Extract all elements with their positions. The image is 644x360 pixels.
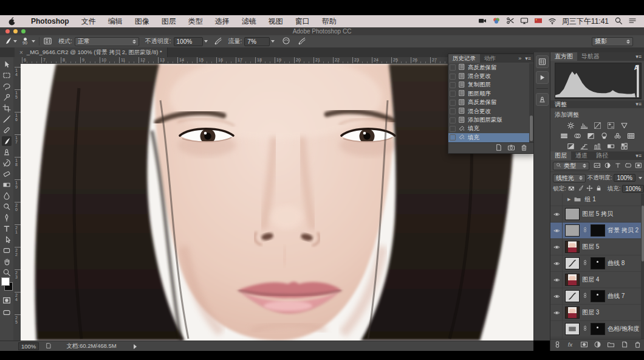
flow-field[interactable]: 7% [244,37,270,46]
dodge-tool[interactable] [2,202,12,212]
brush-tool-icon[interactable] [4,36,12,46]
new-group-button[interactable] [607,341,615,350]
layer-thumbnail[interactable] [565,241,580,253]
opacity-field[interactable]: 100% [174,37,203,46]
layers-scrollbar[interactable] [641,193,644,339]
lock-all-icon[interactable] [595,185,602,193]
exposure-adjustment-icon[interactable] [606,122,615,130]
menu-item-1[interactable]: 文件 [75,15,102,27]
tab-navigator[interactable]: 导航器 [577,52,604,61]
layer-thumbnail[interactable] [565,224,580,237]
brush-picker-caret-icon[interactable] [32,40,35,43]
zoom-tool[interactable] [2,268,12,277]
panel-menu-icon[interactable]: ▾≡ [635,54,642,60]
history-source-checkbox[interactable] [450,108,456,114]
quick-selection-tool[interactable] [2,92,12,102]
pen-tool[interactable] [2,213,12,223]
history-brush-tool[interactable] [2,158,12,168]
history-item[interactable]: 混合更改 [448,107,529,116]
layer-visibility-eye-icon[interactable] [552,206,563,222]
layer-row[interactable]: 图层 4 [550,272,641,288]
layer-mask-thumbnail[interactable] [591,257,605,269]
layer-opacity-field[interactable]: 100% [614,174,635,182]
clone-source-icon[interactable] [536,93,549,106]
new-snapshot-button[interactable] [507,144,515,153]
filter-shape-icon[interactable] [625,162,632,170]
layer-thumbnail[interactable] [565,306,580,319]
menu-item-3[interactable]: 图像 [129,15,156,27]
menu-item-8[interactable]: 视图 [262,15,289,27]
input-flag-icon[interactable] [534,16,543,27]
filter-smart-object-icon[interactable] [635,162,642,170]
path-selection-tool[interactable] [2,235,12,244]
layer-row[interactable]: ▶组 1 [550,193,641,206]
brush-tool[interactable] [2,136,12,146]
lasso-tool[interactable] [2,81,12,91]
pen-pressure-icon[interactable] [282,36,290,46]
menu-item-10[interactable]: 帮助 [316,15,343,27]
layer-thumbnail[interactable] [565,290,580,302]
screen-record-icon[interactable] [478,16,487,27]
tab-channels[interactable]: 通道 [571,151,592,160]
history-source-checkbox[interactable] [450,91,456,97]
delete-state-button[interactable] [520,144,528,153]
spot-healing-tool[interactable] [2,125,12,135]
layer-row[interactable]: 图层 5 [550,239,641,255]
layer-filter-select[interactable]: 类型 [553,162,589,170]
close-document-icon[interactable]: × [19,49,23,56]
invert-adjustment-icon[interactable] [566,142,575,150]
layer-thumbnail[interactable] [565,323,580,335]
history-item[interactable]: 图层顺序 [448,89,529,98]
rect-marquee-tool[interactable] [2,71,12,80]
lock-position-icon[interactable] [586,185,593,193]
history-source-checkbox[interactable] [450,126,456,132]
layer-visibility-eye-icon[interactable] [552,255,563,271]
menu-item-9[interactable]: 窗口 [289,15,316,27]
history-panel-icon[interactable] [536,55,549,68]
actions-play-icon[interactable] [536,71,549,84]
history-source-checkbox[interactable] [450,117,456,123]
history-source-checkbox[interactable] [450,64,456,71]
black-white-adjustment-icon[interactable] [586,132,595,140]
tab-actions[interactable]: 动作 [480,54,500,63]
layer-thumbnail[interactable] [565,257,580,269]
brush-preset-picker[interactable]: 90 [19,36,30,46]
tool-preset-caret-icon[interactable] [13,40,17,43]
layer-mask-thumbnail[interactable] [591,290,605,302]
scissors-icon[interactable] [506,16,515,27]
filter-type-icon[interactable] [614,162,622,170]
color-balance-adjustment-icon[interactable] [573,132,582,140]
delete-layer-button[interactable] [634,341,642,350]
foreground-color-swatch[interactable] [1,277,10,286]
lock-transparency-icon[interactable] [568,185,575,193]
history-item[interactable]: 添加图层蒙版 [448,116,529,124]
panel-menu-icon[interactable]: ▾≡ [525,55,531,61]
menu-item-5[interactable]: 类型 [182,15,209,27]
gradient-tool[interactable] [2,180,12,190]
menu-photoshop[interactable]: Photoshop [25,15,75,27]
type-tool[interactable] [2,224,12,234]
brush-panel-toggle-icon[interactable] [43,36,52,47]
channel-mixer-adjustment-icon[interactable] [613,132,622,140]
color-lookup-adjustment-icon[interactable] [626,132,635,140]
gradient-map-adjustment-icon[interactable] [606,142,615,150]
blend-mode-select[interactable]: 正常 [75,37,139,46]
filter-pixel-icon[interactable] [594,162,601,170]
layer-opacity-caret-icon[interactable] [639,177,642,179]
history-source-checkbox[interactable] [450,82,456,88]
move-tool[interactable] [2,60,12,69]
lock-paint-icon[interactable] [577,185,584,193]
menubar-clock[interactable]: 周三下午11:41 [562,16,609,27]
zoom-level-field[interactable]: 100% [18,342,39,350]
group-expand-arrow-icon[interactable]: ▶ [567,197,570,202]
crop-tool[interactable] [2,103,12,113]
filter-adjustment-icon[interactable] [604,162,611,170]
panel-menu-icon[interactable]: ▾≡ [635,153,642,159]
selective-color-adjustment-icon[interactable] [620,142,629,150]
menu-item-4[interactable]: 图层 [156,15,182,27]
collapse-panel-icon[interactable]: » [518,55,521,61]
flow-caret-icon[interactable] [271,40,275,43]
layer-visibility-eye-icon[interactable] [552,288,563,304]
photo-filter-adjustment-icon[interactable] [600,132,609,140]
history-source-checkbox[interactable] [450,100,456,106]
